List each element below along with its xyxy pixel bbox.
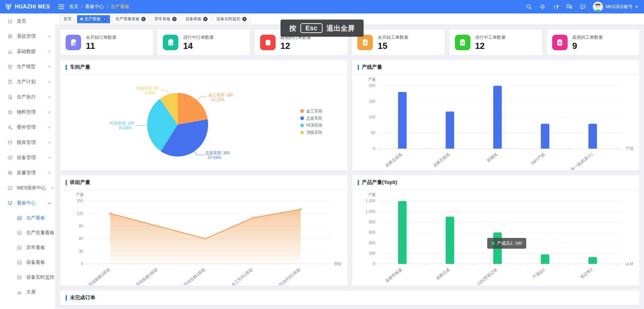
panel-header: 未完成订单: [60, 290, 639, 305]
sidebar-subitem-大屏[interactable]: 大屏: [0, 285, 56, 300]
svg-text:120: 120: [77, 211, 83, 216]
kanban-icon: [17, 275, 22, 280]
tab-close-icon[interactable]: ✕: [242, 17, 247, 21]
dashboard-content: 未开始订单数量11进行中订单数量14延期的订单数量12未开始工单数量15进行中工…: [56, 25, 644, 309]
sidebar-item-label: 模具管理: [17, 140, 43, 146]
tab-close-icon[interactable]: ✕: [141, 17, 146, 21]
svg-text:T: T: [556, 4, 559, 10]
svg-text:喷漆一线(机器人): 喷漆一线(机器人): [567, 152, 593, 170]
panel-workshop-output: 车间产量 金工车间: 18022.22%总装车间: 30037.04%PCB车间…: [60, 60, 348, 171]
panel-title: 产线产量: [362, 64, 382, 70]
tab-设备看板[interactable]: 设备看板✕: [182, 15, 211, 23]
sidebar-item-基础数据[interactable]: 基础数据: [0, 44, 56, 59]
panel-header: 产线产量: [352, 60, 640, 75]
stat-card-延期的工单数量: 延期的工单数量9: [547, 30, 639, 55]
kanban-icon: [17, 215, 22, 221]
sidebar-subitem-生产质量看板[interactable]: 生产质量看板: [0, 225, 56, 240]
sidebar-item-系统管理[interactable]: 系统管理: [0, 29, 56, 44]
team-output-area-chart[interactable]: 0306090120150产量班组总装车间前桥1班组总装车间前桥2班组总装车间后…: [60, 190, 348, 286]
svg-text:0: 0: [81, 261, 83, 266]
exit-fullscreen-icon[interactable]: [539, 3, 546, 10]
breadcrumb-separator: /: [107, 4, 108, 9]
sidebar-item-MES报表中心[interactable]: MES报表中心: [0, 180, 56, 195]
tab-异常看板[interactable]: 异常看板✕: [151, 15, 180, 23]
sidebar-item-设备管理[interactable]: 设备管理: [0, 150, 56, 165]
sidebar-item-模具管理[interactable]: 模具管理: [0, 135, 56, 150]
svg-text:60: 60: [79, 236, 83, 241]
outsource-user-icon: [7, 125, 13, 130]
translate-icon[interactable]: A: [566, 3, 573, 10]
svg-text:PCB车间1班组: PCB车间1班组: [278, 267, 301, 285]
base-data-icon: [7, 49, 13, 54]
sidebar-subitem-设备实时监控[interactable]: 设备实时监控: [0, 270, 56, 285]
kanban-icon: [17, 260, 22, 265]
svg-text:产线: 产线: [625, 146, 633, 151]
sidebar-item-生产计划[interactable]: 生产计划: [0, 74, 56, 89]
svg-text:9.88%: 9.88%: [145, 91, 156, 95]
svg-text:800: 800: [368, 219, 375, 224]
app-logo[interactable]: HUAZHI MES: [0, 0, 56, 13]
svg-text:90: 90: [79, 224, 83, 228]
product-output-bar-chart[interactable]: 产成品1: 180 02004006008001,0001,200产量ui.M前…: [352, 190, 640, 286]
fullscreen-exit-toast: 按 Esc 退出全屏: [281, 20, 364, 37]
svg-text:400: 400: [368, 241, 375, 245]
tab-label: 生产看板: [84, 16, 101, 22]
sidebar-item-label: 生产执行: [17, 94, 43, 100]
breadcrumb-item[interactable]: 首页: [69, 4, 78, 10]
gear-icon: [7, 34, 13, 39]
panel-accent-bar: [66, 65, 67, 70]
chevron-down-icon: [47, 125, 52, 130]
sidebar-item-生产执行[interactable]: 生产执行: [0, 89, 56, 104]
line-output-bar-chart[interactable]: 050100150200产量产线前桥总装线后桥总装线前轴线SMT产线喷漆一线(机…: [352, 75, 640, 171]
message-icon[interactable]: [579, 3, 586, 10]
tab-生产质量看板[interactable]: 生产质量看板✕: [112, 15, 149, 23]
chevron-down-icon: [47, 79, 52, 85]
app-root: HUAZHI MES 首页/看板中心/生产看板 TTA MES演示账号: [0, 0, 644, 309]
legend-item-金工车间[interactable]: 金工车间: [300, 109, 322, 113]
svg-text:A: A: [568, 5, 570, 8]
sidebar-item-label: 生产计划: [17, 79, 43, 85]
sidebar-item-首页[interactable]: 首页: [0, 13, 56, 29]
svg-text:0: 0: [373, 146, 375, 151]
breadcrumb-item: 生产看板: [111, 4, 130, 10]
tab-close-icon[interactable]: ✕: [102, 17, 107, 21]
tab-生产看板[interactable]: 生产看板✕: [77, 15, 110, 23]
sidebar-item-物料管理[interactable]: 物料管理: [0, 104, 56, 120]
sidebar-item-看板中心[interactable]: 看板中心: [0, 195, 56, 211]
bar-SMT产线: [541, 124, 549, 149]
bar-后桥总装线: [445, 112, 454, 149]
legend-item-消弧车间[interactable]: 消弧车间: [300, 130, 322, 135]
legend-item-总装车间[interactable]: 总装车间: [300, 116, 322, 121]
order-delayed-icon: [260, 35, 276, 50]
hamburger-icon[interactable]: [56, 0, 67, 13]
mold-icon: [7, 140, 13, 145]
svg-text:1,200: 1,200: [365, 198, 375, 203]
breadcrumb-item[interactable]: 看板中心: [85, 4, 104, 10]
panel-accent-bar: [66, 180, 67, 185]
sidebar-item-委外管理[interactable]: 委外管理: [0, 120, 56, 135]
sidebar-item-生产模型[interactable]: 生产模型: [0, 59, 56, 74]
tab-设备实时监控[interactable]: 设备实时监控✕: [213, 15, 250, 23]
user-name: MES演示账号: [606, 4, 633, 10]
sidebar-subitem-设备看板[interactable]: 设备看板: [0, 255, 56, 270]
panel-product-output: 产品产量(Top5) 产成品1: 180 02004006008001,0001…: [352, 175, 640, 286]
tab-close-icon[interactable]: ✕: [203, 17, 208, 21]
workshop-pie-chart[interactable]: 金工车间: 18022.22%总装车间: 30037.04%PCB车间: 250…: [60, 75, 348, 171]
sidebar-item-质量管理[interactable]: 质量管理: [0, 165, 56, 180]
sidebar-item-label: 设备管理: [17, 155, 43, 161]
svg-text:后桥总装线: 后桥总装线: [432, 152, 451, 168]
user-menu[interactable]: MES演示账号: [593, 2, 638, 12]
svg-text:30.86%: 30.86%: [118, 126, 132, 130]
search-icon[interactable]: [526, 3, 532, 10]
stat-label: 进行中订单数量: [183, 34, 214, 40]
sidebar-item-label: 基础数据: [17, 49, 43, 55]
sidebar-subitem-生产看板[interactable]: 生产看板: [0, 211, 56, 225]
tab-close-icon[interactable]: ✕: [172, 17, 177, 21]
sidebar-subitem-异常看板[interactable]: 异常看板: [0, 240, 56, 255]
chevron-down-icon: [47, 110, 52, 115]
panel-header: 班组产量: [60, 175, 348, 190]
legend-item-PCB车间[interactable]: PCB车间: [300, 123, 322, 128]
tab-首页[interactable]: 首页: [60, 15, 75, 23]
font-size-icon[interactable]: TT: [552, 3, 559, 10]
svg-text:1281型笔记本: 1281型笔记本: [476, 267, 498, 285]
